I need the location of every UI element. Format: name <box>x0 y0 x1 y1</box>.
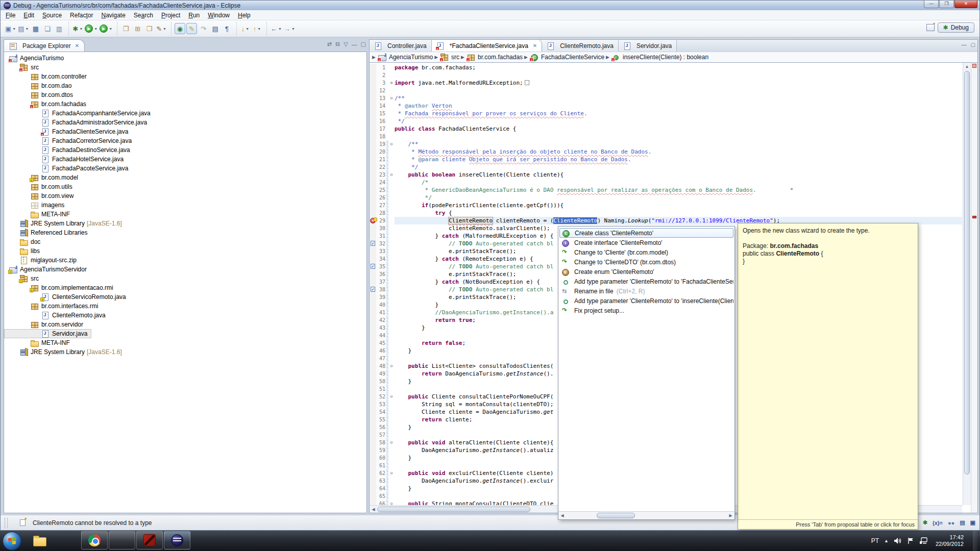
folded-region-icon[interactable] <box>525 80 529 85</box>
quickfix-scroll-track[interactable] <box>566 512 727 519</box>
annotation-ruler[interactable] <box>370 454 376 462</box>
dropdown-arrow-icon[interactable]: ▼ <box>163 27 166 31</box>
annotation-ruler[interactable] <box>370 202 376 209</box>
show-source-view-button[interactable]: ▤ <box>210 23 220 34</box>
dropdown-arrow-icon[interactable]: ▼ <box>26 27 29 31</box>
quickfix-scroll-thumb[interactable] <box>597 513 635 518</box>
annotation-ruler[interactable] <box>370 332 376 339</box>
code-text[interactable] <box>395 87 962 94</box>
overview-ruler[interactable] <box>971 63 977 513</box>
quickfix-item[interactable]: Fix project setup... <box>559 306 733 315</box>
code-text[interactable]: public boolean insereCliente(Cliente cli… <box>395 171 962 179</box>
fold-marker-icon[interactable]: ⊖ <box>388 171 395 179</box>
annotation-ruler[interactable] <box>370 179 376 186</box>
annotation-ruler[interactable] <box>370 194 376 202</box>
menu-refactor[interactable]: Refactor <box>66 11 97 20</box>
annotation-ruler[interactable] <box>370 492 376 500</box>
code-line[interactable]: 26 */ <box>370 194 962 202</box>
breadcrumb-item[interactable]: ▶br.com.fachadas <box>460 54 523 61</box>
tree-item[interactable]: ClienteServicoRemoto.java <box>4 292 366 302</box>
tree-item[interactable]: miglayout-src.zip <box>4 256 366 265</box>
annotation-ruler[interactable] <box>370 224 376 232</box>
code-line[interactable]: 13⊖/** <box>370 94 962 102</box>
horizontal-scroll-thumb[interactable] <box>377 507 530 512</box>
dropdown-arrow-icon[interactable]: ▼ <box>257 27 261 31</box>
tree-item[interactable]: br.com.servidor <box>4 320 366 329</box>
open-perspective-icon[interactable] <box>926 24 935 31</box>
highlighter-button[interactable]: ✎ <box>186 23 197 34</box>
tree-item[interactable]: Servidor.java <box>4 329 91 338</box>
run-button[interactable]: ▶▼ <box>84 23 98 34</box>
annotation-ruler[interactable] <box>370 171 376 179</box>
annotation-ruler[interactable] <box>370 94 376 102</box>
save-all-button[interactable]: ❏ <box>42 23 53 34</box>
annotation-ruler[interactable] <box>370 439 376 446</box>
annotation-ruler[interactable] <box>370 485 376 492</box>
minimize-editor-icon[interactable]: — <box>962 42 967 47</box>
menu-run[interactable]: Run <box>184 11 204 20</box>
annotation-ruler[interactable] <box>370 148 376 156</box>
editor-tab-clienteremotojava[interactable]: ClienteRemoto.java <box>542 40 619 52</box>
annotation-ruler[interactable] <box>370 362 376 370</box>
code-line[interactable]: 21 * @param cliente Objeto que irá ser p… <box>370 156 962 163</box>
error-overview-mark[interactable] <box>972 216 976 218</box>
dropdown-arrow-icon[interactable]: ▼ <box>278 27 282 31</box>
editor-tab-controllerjava[interactable]: Controller.java <box>370 40 432 52</box>
annotation-ruler[interactable] <box>370 71 376 79</box>
close-tab-icon[interactable]: ✕ <box>533 43 537 48</box>
breadcrumb-item[interactable]: ▶src <box>434 54 459 61</box>
new-wizard-button[interactable]: ▣▼ <box>5 23 16 34</box>
new-package-button[interactable]: ⊞ <box>132 23 143 34</box>
annotation-ruler[interactable] <box>370 309 376 316</box>
annotation-ruler[interactable] <box>370 186 376 194</box>
taskbar-app-eclipse[interactable] <box>164 531 190 549</box>
menu-project[interactable]: Project <box>157 11 184 20</box>
tree-item[interactable]: br.com.view <box>4 191 366 201</box>
annotation-ruler[interactable] <box>370 462 376 469</box>
next-change-button[interactable]: ↷ <box>198 23 209 34</box>
annotation-ruler[interactable] <box>370 286 376 293</box>
quickfix-scroll-right-icon[interactable]: ▶ <box>727 513 734 518</box>
tree-item[interactable]: FachadaHotelService.java <box>4 155 366 164</box>
tab-package-explorer[interactable]: Package Explorer ✕ <box>4 39 85 52</box>
editor-tab-servidorjava[interactable]: Servidor.java <box>619 40 677 52</box>
tree-item[interactable]: Referenced Libraries <box>4 228 366 237</box>
code-text[interactable]: * @author Verton <box>395 102 962 110</box>
close-view-icon[interactable]: ✕ <box>75 43 79 48</box>
back-button[interactable]: ←▼ <box>270 23 282 34</box>
start-button[interactable] <box>3 532 21 550</box>
vertical-scrollbar[interactable]: ▲ <box>963 63 971 505</box>
tree-item[interactable]: br.com.dao <box>4 81 366 90</box>
tree-item[interactable]: src <box>4 274 366 283</box>
quickfix-item[interactable]: Create interface 'ClienteRemoto' <box>559 238 733 247</box>
tree-item[interactable]: ClienteRemoto.java <box>4 311 366 320</box>
code-text[interactable]: */ <box>395 194 962 202</box>
code-line[interactable]: 12 <box>370 87 962 94</box>
run-history-button[interactable]: ▶▼ <box>99 23 113 34</box>
view-menu-icon[interactable]: ▽ <box>344 41 348 47</box>
last-edit-location-button[interactable]: ↓▼ <box>240 23 251 34</box>
code-line[interactable]: 2 <box>370 71 962 79</box>
annotation-ruler[interactable] <box>370 293 376 301</box>
tree-item[interactable]: FachadaAdministradorService.java <box>4 118 366 127</box>
tree-item[interactable]: JRE System Library[JavaSE-1.6] <box>4 347 366 357</box>
volume-icon[interactable] <box>894 537 902 544</box>
annotation-ruler[interactable] <box>370 385 376 393</box>
tree-item[interactable]: AgenciaTurismo <box>4 54 366 63</box>
debug-trim-icon[interactable]: ✱ <box>923 519 927 526</box>
tree-item[interactable]: FachadaPacoteService.java <box>4 164 366 173</box>
annotation-ruler[interactable] <box>370 240 376 247</box>
code-text[interactable] <box>395 71 962 79</box>
tree-item[interactable]: FachadaClienteService.java <box>4 127 366 136</box>
code-text[interactable]: * Fachada responsável por prover os serv… <box>395 110 962 117</box>
error-marker-icon[interactable] <box>370 218 376 223</box>
scroll-up-icon[interactable]: ▲ <box>963 63 971 70</box>
link-with-editor-icon[interactable]: ⇄ <box>327 41 332 47</box>
maximize-editor-icon[interactable]: ▢ <box>971 42 975 47</box>
annotation-ruler[interactable] <box>370 209 376 217</box>
tree-item[interactable]: META-INF <box>4 338 366 347</box>
annotation-ruler[interactable] <box>370 278 376 286</box>
taskbar-app-chrome[interactable] <box>81 531 108 549</box>
annotation-ruler[interactable] <box>370 232 376 240</box>
taskbar-app-messenger[interactable] <box>109 531 135 549</box>
